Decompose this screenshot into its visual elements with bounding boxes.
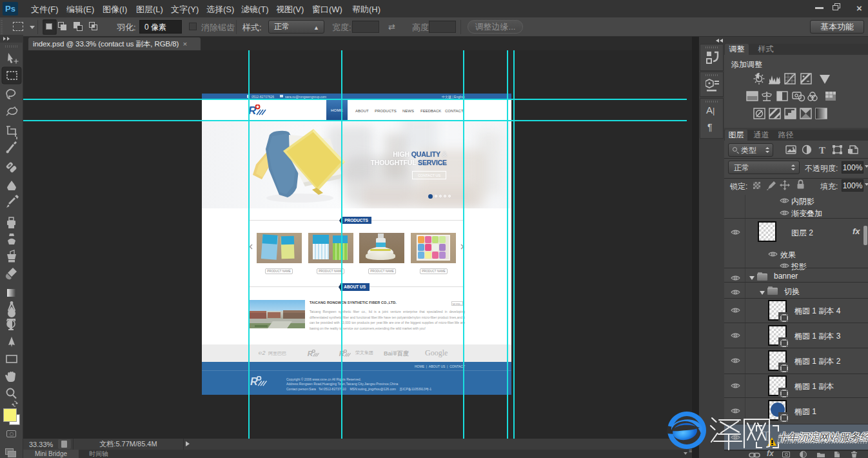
svg-text:T: T xyxy=(819,145,825,155)
